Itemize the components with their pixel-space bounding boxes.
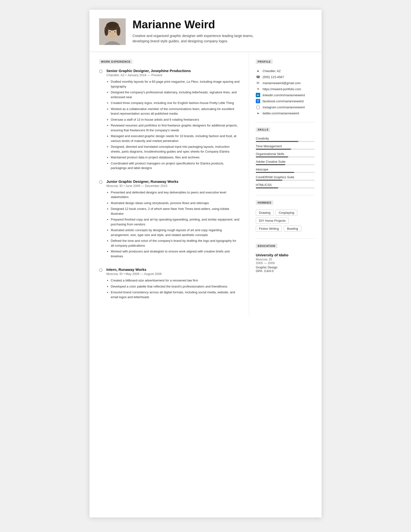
list-item: Designed, directed and translated concep… [111,144,240,154]
divider [256,238,315,239]
list-item: Designed the company's professional stat… [111,90,240,99]
svg-point-11 [110,31,111,32]
hobby-tag: Cosplaying [276,210,297,216]
linkedin-icon: in [256,93,260,97]
job-bullets: Created a billboard-size advertisement f… [106,278,240,299]
twitter-icon: ➤ [256,111,260,115]
list-item: Ensured brand consistency across all dig… [111,290,240,299]
profile-phone: (555) 123-4567 [262,75,284,79]
profile-item: ◯ instagram.com/marianneweird [256,105,315,109]
right-column: PROFILE ● Chandler, AZ ☎ (555) 123-4567 … [249,52,322,316]
profile-item: f facebook.com/marianneweird [256,99,315,103]
resume-document: Marianne Weird Creative and organized gr… [89,10,322,517]
profile-item: ● Chandler, AZ [256,69,315,73]
work-experience-label: WORK EXPERIENCE [99,59,132,64]
skill-name: Creativity [256,137,315,140]
skill-name: Organizational Skills [256,152,315,156]
profile-label: PROFILE [256,59,273,64]
list-item: Oversaw a staff of 13 in-house artists a… [111,117,240,122]
divider [256,195,315,195]
list-item: Defined the tone and voice of the compan… [111,238,240,248]
edu-location: Moscow, ID [256,257,315,261]
edu-gpa: GPA: 3.6/4.0 [256,269,315,273]
header-text: Marianne Weird Creative and organized gr… [132,18,312,44]
education-section: EDUCATION University of Idaho Moscow, ID… [256,244,315,273]
skill-item: Inkscape [256,168,315,173]
instagram-icon: ◯ [256,105,260,109]
education-label: EDUCATION [256,244,277,248]
job-content: Junior Graphic Designer, Runaway Works M… [106,180,240,260]
skill-bar-fill [256,149,291,150]
email-icon: ✉ [256,81,260,85]
profile-email: marianneweird@gmail.com [262,81,301,85]
profile-item: ☎ (555) 123-4567 [256,75,315,79]
list-item: Managed and executed graphic design need… [111,134,240,143]
profile-facebook: facebook.com/marianneweird [262,99,304,103]
divider [256,122,315,122]
skill-bar-fill [256,172,294,173]
skill-item: Adobe Creative Suite [256,160,315,165]
profile-item: ✉ marianneweird@gmail.com [256,81,315,85]
job-circle [99,180,103,184]
skill-name: Time Management [256,144,315,148]
list-item: Reviewed resumes and portfolios to find … [111,123,240,133]
resume-header: Marianne Weird Creative and organized gr… [89,10,322,52]
list-item: Designed 12 book covers, 2 of which were… [111,207,240,216]
skill-name: CorelDRAW Graphics Suite [256,175,315,179]
skill-bar-fill [256,180,282,181]
candidate-bio: Creative and organized graphic designer … [132,33,268,44]
job-bullets: Presented and defended designs and key d… [106,190,240,259]
hobbies-label: HOBBIES [256,200,273,205]
job-title: Senior Graphic Designer, Josephine Produ… [106,69,240,73]
edu-years: 2005 — 2009 [256,261,315,265]
edu-school: University of Idaho [256,253,315,257]
job-meta: Moscow, ID • May 2008 — August 2008 [106,272,240,276]
profile-section: PROFILE ● Chandler, AZ ☎ (555) 123-4567 … [256,59,315,115]
left-column: WORK EXPERIENCE Senior Graphic Designer,… [89,52,249,316]
skill-bar-bg [256,141,315,142]
skill-bar-bg [256,187,315,188]
profile-website: https://mweird-portfolio.com [262,87,301,91]
skill-bar-bg [256,180,315,181]
job-content: Intern, Runaway Works Moscow, ID • May 2… [106,267,240,301]
profile-location: Chandler, AZ [262,69,281,73]
skill-bar-bg [256,156,315,157]
skill-item: Time Management [256,144,315,150]
job-title: Junior Graphic Designer, Runaway Works [106,180,240,183]
svg-point-13 [110,36,115,39]
skill-bar-fill [256,187,278,188]
job-circle [99,70,103,73]
skills-label: SKILLS [256,127,270,132]
list-item: Coordinated with product managers on pro… [111,161,240,171]
list-item: Worked with producers and strategists to… [111,249,240,258]
skill-bar-fill [256,141,298,142]
candidate-name: Marianne Weird [132,18,312,31]
skill-bar-bg [256,149,315,150]
list-item: Maintained product data in project datab… [111,155,240,160]
skill-name: Inkscape [256,168,315,171]
resume-body: WORK EXPERIENCE Senior Graphic Designer,… [89,52,322,316]
profile-linkedin: linkedin.com/in/marianneweird [262,93,305,97]
list-item: Worked as a collaborative member of the … [111,107,240,116]
profile-instagram: instagram.com/marianneweird [262,105,305,109]
hobbies-section: HOBBIES Drawing Cosplaying DIY Home Proj… [256,200,315,232]
skill-name: HTML/CSS [256,183,315,187]
job-item: Senior Graphic Designer, Josephine Produ… [99,69,240,172]
job-item: Intern, Runaway Works Moscow, ID • May 2… [99,267,240,301]
svg-point-7 [117,26,120,36]
job-meta: Moscow, ID • June 2009 — December 2015 [106,184,240,188]
profile-item: ➤ twitter.com/marianneweird [256,111,315,115]
skill-item: Creativity [256,137,315,142]
avatar [99,18,126,45]
location-icon: ● [256,69,260,73]
job-item: Junior Graphic Designer, Runaway Works M… [99,180,240,260]
profile-item: ☀ https://mweird-portfolio.com [256,87,315,91]
web-icon: ☀ [256,87,260,91]
skill-bar-fill [256,164,285,165]
facebook-icon: f [256,99,260,103]
hobby-tag: DIY Home Projects [256,218,289,224]
list-item: Illustrated artistic concepts by designi… [111,228,240,237]
skill-name: Adobe Creative Suite [256,160,315,163]
list-item: Created three company logos, including o… [111,101,240,105]
skills-section: SKILLS Creativity Time Management Organi… [256,127,315,188]
